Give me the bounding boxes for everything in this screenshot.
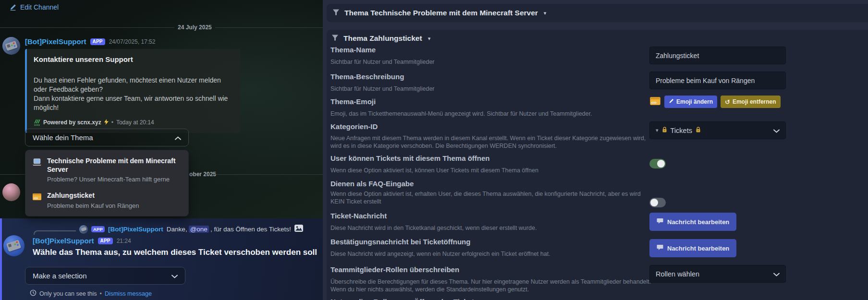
faq-toggle[interactable] — [649, 198, 666, 207]
bot-avatar[interactable] — [3, 235, 24, 256]
collapsed-topic-header[interactable]: Thema Technische Probleme mit dem Minecr… — [327, 4, 868, 22]
emoji-controls: Emoji ändern ↺ Emoji entfernen — [649, 96, 781, 108]
embed-title: Kontaktiere unseren Support — [34, 55, 232, 63]
user-avatar[interactable] — [2, 183, 20, 201]
topic-section-title: Thema Zahlungsticket — [343, 34, 422, 43]
topic-dropdown-menu: Technische Probleme mit dem Minecraft Se… — [25, 150, 189, 216]
field-label-faq: Dienen als FAQ-Eingabe — [330, 180, 414, 188]
topic-section-header[interactable]: Thema Zahlungsticket ▾ — [331, 34, 430, 43]
message-header: [Bot]PixelSupport APP 24/07/2025, 17:52 — [25, 37, 155, 46]
ephemeral-footer: Only you can see this • Dismiss message — [30, 289, 152, 298]
dropdown-option-description: Probleme? Unser Minecraft-Team hilft ger… — [47, 176, 182, 183]
edit-channel-label: Edit Channel — [20, 3, 59, 11]
divider-line — [213, 174, 323, 175]
timestamp: 24/07/2025, 17:52 — [109, 38, 156, 45]
divider-line — [0, 27, 174, 28]
dropdown-option-description: Probleme beim Kauf von Rängen — [47, 202, 139, 209]
make-selection-placeholder: Make a selection — [33, 272, 87, 280]
user-mention[interactable]: @one — [189, 226, 209, 233]
funnel-icon — [332, 9, 340, 17]
topic-select-placeholder: Wähle dein Thema — [33, 133, 93, 142]
thema-beschreibung-input[interactable] — [649, 72, 786, 89]
field-label-team-rollen: Teammitglieder-Rollen überschreiben — [330, 265, 459, 274]
make-selection-select[interactable]: Make a selection — [25, 267, 185, 285]
reply-username[interactable]: [Bot]PixelSupport — [108, 226, 163, 233]
undo-icon: ↺ — [725, 99, 730, 105]
caret-down-icon: ▾ — [428, 36, 431, 42]
settings-panel: Thema Technische Probleme mit dem Minecr… — [323, 0, 868, 300]
gamepad-icon — [5, 41, 17, 51]
move-ticket-title: Wähle das Thema aus, zu welchem dieses T… — [33, 248, 317, 257]
app-window: Edit Channel 24 July 2025 [Bot]PixelSupp… — [0, 0, 868, 300]
ticket-nachricht-edit-button[interactable]: Nachricht bearbeiten — [649, 213, 736, 231]
edit-channel-button[interactable]: Edit Channel — [10, 3, 59, 11]
dropdown-option-technische-probleme[interactable]: Technische Probleme mit dem Minecraft Se… — [25, 153, 188, 187]
reply-spine — [34, 230, 76, 235]
field-label-ticket-nachricht: Ticket-Nachricht — [330, 212, 387, 220]
reply-text: Danke,@one, für das Öffnen des Tickets! — [167, 226, 291, 233]
date-divider-partial: ober 2025 — [189, 171, 216, 178]
dropdown-option-title: Zahlungsticket — [47, 192, 139, 200]
chevron-down-icon — [773, 270, 780, 278]
user-open-toggle[interactable] — [649, 159, 666, 168]
pencil-icon — [669, 98, 674, 105]
embed-footer-time: Today at 20:14 — [116, 119, 154, 126]
field-label-user-open: User können Tickets mit diesem Thema öff… — [330, 154, 489, 162]
scnx-logo-icon: scnx — [34, 119, 40, 126]
caret-down-icon: ▾ — [544, 10, 547, 16]
date-divider: 24 July 2025 — [178, 24, 212, 31]
field-label-kategorien-id: Kategorien-ID — [330, 122, 378, 131]
thema-name-input[interactable] — [649, 47, 786, 64]
emoji-change-button[interactable]: Emoji ändern — [664, 96, 717, 108]
field-label-cutoff: Notwendige Rollen zum Öffnen des Tickets — [330, 298, 478, 300]
gamepad-icon — [6, 240, 21, 252]
chat-panel: Edit Channel 24 July 2025 [Bot]PixelSupp… — [0, 0, 323, 300]
app-badge: APP — [90, 38, 105, 45]
pencil-icon — [10, 4, 16, 11]
dropdown-option-title: Technische Probleme mit dem Minecraft Se… — [47, 157, 182, 174]
ephemeral-eye-icon — [30, 289, 37, 298]
reply-reference: APP [Bot]PixelSupport Danke,@one, für da… — [34, 224, 303, 235]
field-desc-user-open: Wenn diese Option aktiviert ist, können … — [330, 167, 651, 175]
username[interactable]: [Bot]PixelSupport — [25, 37, 86, 46]
category-caret-icon: ▾ — [656, 127, 659, 133]
lock-icon — [662, 127, 667, 134]
divider-line — [215, 27, 323, 28]
laptop-icon — [32, 158, 42, 168]
field-desc-ticket-nachricht: Diese Nachricht wird in den Ticketkanal … — [330, 225, 651, 232]
funnel-icon — [331, 34, 339, 43]
bolt-icon — [104, 118, 109, 127]
embed-footer-text: Powered by scnx.xyz — [43, 119, 101, 126]
app-badge: APP — [91, 226, 105, 233]
field-label-thema-emoji: Thema-Emoji — [330, 97, 376, 106]
field-label-thema-beschreibung: Thema-Beschreibung — [330, 72, 404, 81]
speech-bubble-icon — [657, 218, 663, 226]
field-desc-kategorien-id: Neue Anfragen mit diesem Thema werden in… — [330, 135, 651, 150]
embed-body-line1: Du hast einen Fehler gefunden, möchtest … — [34, 76, 232, 94]
app-badge: APP — [98, 238, 113, 244]
topic-select[interactable]: Wähle dein Thema — [25, 129, 189, 146]
embed-body-line2: Dann kontaktiere gerne unser Team, wir a… — [34, 94, 232, 112]
collapsed-topic-title: Thema Technische Probleme mit dem Minecr… — [344, 9, 538, 17]
dismiss-message-link[interactable]: Dismiss message — [105, 290, 152, 297]
field-desc-faq: Wenn diese Option aktiviert ist, erhalte… — [330, 191, 651, 205]
support-embed: Kontaktiere unseren Support Du hast eine… — [25, 49, 240, 133]
username[interactable]: [Bot]PixelSupport — [33, 237, 94, 245]
field-label-bestaetigung: Bestätigungsnachricht bei Ticketöffnung — [330, 238, 470, 246]
dropdown-option-zahlungsticket[interactable]: Zahlungsticket Probleme beim Kauf von Rä… — [25, 187, 188, 214]
reply-avatar[interactable] — [79, 225, 88, 234]
avatar[interactable] — [2, 37, 20, 55]
rollen-placeholder: Rollen wählen — [656, 270, 699, 278]
kategorie-select[interactable]: ▾ Tickets — [649, 121, 786, 139]
field-label-thema-name: Thema-Name — [330, 46, 376, 54]
field-desc-team-rollen: Überschreibe die Berechtigungen für dies… — [330, 278, 651, 293]
emoji-remove-button[interactable]: ↺ Emoji entfernen — [721, 96, 781, 108]
timestamp: 21:24 — [117, 238, 131, 244]
ephemeral-note: Only you can see this — [39, 290, 97, 297]
image-attachment-icon[interactable] — [294, 225, 303, 234]
speech-bubble-icon — [657, 244, 663, 252]
field-desc-bestaetigung: Diese Nachricht wird angezeigt, wenn ein… — [330, 251, 651, 258]
lock-icon — [696, 127, 701, 134]
rollen-select[interactable]: Rollen wählen — [649, 265, 786, 283]
bestaetigung-edit-button[interactable]: Nachricht bearbeiten — [649, 239, 736, 257]
